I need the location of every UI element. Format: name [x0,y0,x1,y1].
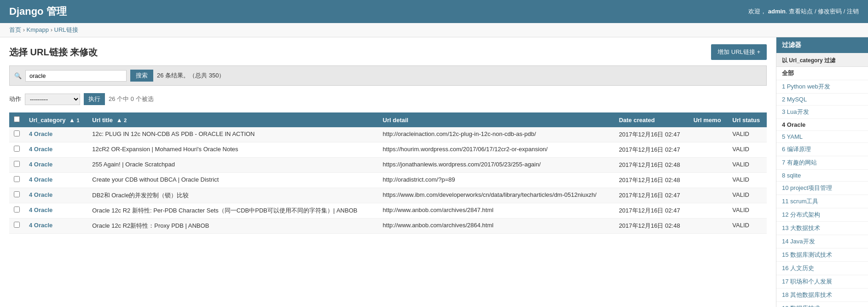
filter-item: 4 Oracle [776,119,868,131]
change-password-link[interactable]: 修改密码 [818,8,842,15]
row-category: 4 Oracle [24,203,87,218]
row-detail: http://oracleinaction.com/12c-plug-in-12… [378,127,614,142]
filter-link[interactable]: 2 MySQL [776,94,868,105]
col-url-title[interactable]: Url title ▲ 2 [87,112,378,127]
url-detail-link[interactable]: https://www.ibm.com/developerworks/cn/da… [383,191,597,198]
main-container: 选择 URL链接 来修改 增加 URL链接 + 🔍 搜索 26 条结果。（总共 … [0,37,868,307]
filter-item: 19 数据库技术 [776,302,868,307]
search-bar: 🔍 搜索 26 条结果。（总共 350） [9,65,767,86]
row-checkbox-cell[interactable] [9,142,24,158]
actions-select[interactable]: --------- [25,94,80,105]
category-link[interactable]: 4 Oracle [29,146,52,153]
add-url-button[interactable]: 增加 URL链接 + [711,44,767,60]
row-checkbox[interactable] [14,146,20,152]
row-checkbox[interactable] [14,176,20,182]
row-category: 4 Oracle [24,127,87,142]
logout-link[interactable]: 注销 [847,8,859,15]
actions-bar: 动作 --------- 执行 26 个中 0 个被选 [9,90,767,108]
row-checkbox[interactable] [14,207,20,213]
filter-item: 6 编译原理 [776,143,868,156]
select-all-checkbox[interactable] [14,116,20,122]
url-detail-link[interactable]: https://jonathanlewis.wordpress.com/2017… [383,161,541,168]
actions-run-button[interactable]: 执行 [84,93,105,105]
col-date-created: Date created [614,112,689,127]
filter-link[interactable]: 13 大数据技术 [776,222,868,235]
row-detail: https://jonathanlewis.wordpress.com/2017… [378,158,614,173]
url-detail-link[interactable]: http://www.anbob.com/archives/2864.html [383,222,494,229]
row-date: 2017年12月16日 02:47 [614,188,689,203]
filter-link[interactable]: 8 sqlite [776,170,868,181]
row-checkbox-cell[interactable] [9,188,24,203]
row-date: 2017年12月16日 02:47 [614,127,689,142]
view-site-link[interactable]: 查看站点 [789,8,813,15]
row-checkbox[interactable] [14,130,20,136]
category-link[interactable]: 4 Oracle [29,222,52,229]
content-area: 选择 URL链接 来修改 增加 URL链接 + 🔍 搜索 26 条结果。（总共 … [0,37,776,307]
row-checkbox-cell[interactable] [9,158,24,173]
filter-item: 11 scrum工具 [776,195,868,208]
filter-item: 2 MySQL [776,94,868,106]
row-category: 4 Oracle [24,158,87,173]
row-category: 4 Oracle [24,188,87,203]
row-checkbox[interactable] [14,161,20,167]
url-detail-link[interactable]: http://www.anbob.com/archives/2847.html [383,207,494,213]
row-date: 2017年12月16日 02:48 [614,158,689,173]
admin-name: admin [768,8,786,15]
col-url-detail: Url detail [378,112,614,127]
row-detail: https://www.ibm.com/developerworks/cn/da… [378,188,614,203]
row-checkbox[interactable] [14,222,20,228]
col-url-memo: Url memo [689,112,728,127]
filter-link[interactable]: 3 Lua开发 [776,106,868,118]
filter-link[interactable]: 4 Oracle [776,119,868,130]
filter-item: 3 Lua开发 [776,106,868,119]
row-status: VALID [728,203,767,218]
category-link[interactable]: 4 Oracle [29,176,52,183]
filter-link[interactable]: 16 人文历史 [776,262,868,275]
category-link[interactable]: 4 Oracle [29,207,52,213]
breadcrumb-urllink[interactable]: URL链接 [54,26,78,33]
filter-item: 13 大数据技术 [776,222,868,235]
row-checkbox-cell[interactable] [9,203,24,218]
row-detail: http://www.anbob.com/archives/2864.html [378,218,614,234]
filter-item: 15 数据库测试技术 [776,248,868,262]
row-date: 2017年12月16日 02:48 [614,218,689,234]
filter-item: 1 Python web开发 [776,80,868,94]
table-row: 4 Oracle Oracle 12c R2 新特性: Per-PDB Char… [9,203,767,218]
filter-item: 全部 [776,67,868,80]
filter-link[interactable]: 5 YAML [776,131,868,142]
row-title: Create your CDB without DBCA | Oracle Di… [87,173,378,188]
filter-link[interactable]: 14 Java开发 [776,235,868,248]
filter-link[interactable]: 7 有趣的网站 [776,156,868,169]
row-detail: https://hourim.wordpress.com/2017/06/17/… [378,142,614,158]
filter-link[interactable]: 19 数据库技术 [776,302,868,307]
filter-link[interactable]: 11 scrum工具 [776,195,868,208]
col-url-category[interactable]: Url_category ▲ 1 [24,112,87,127]
filter-link[interactable]: 12 分布式架构 [776,208,868,221]
search-button[interactable]: 搜索 [130,70,153,82]
row-title: Oracle 12c R2新特性：Proxy PDB | ANBOB [87,218,378,234]
welcome-text: 欢迎， [748,8,766,15]
row-checkbox-cell[interactable] [9,173,24,188]
url-detail-link[interactable]: https://hourim.wordpress.com/2017/06/17/… [383,146,548,153]
url-detail-link[interactable]: http://oradistrict.com/?p=89 [383,176,455,183]
filter-link[interactable]: 1 Python web开发 [776,80,868,93]
filter-link[interactable]: 15 数据库测试技术 [776,248,868,261]
url-detail-link[interactable]: http://oracleinaction.com/12c-plug-in-12… [383,130,536,137]
breadcrumb-home[interactable]: 首页 [9,26,21,33]
row-checkbox-cell[interactable] [9,127,24,142]
filter-link[interactable]: 全部 [776,67,868,80]
row-memo [689,218,728,234]
breadcrumb-kmpapp[interactable]: Kmpapp [27,26,49,33]
category-link[interactable]: 4 Oracle [29,161,52,168]
row-checkbox[interactable] [14,191,20,197]
filter-link[interactable]: 6 编译原理 [776,143,868,156]
search-input[interactable] [25,70,127,82]
filter-link[interactable]: 18 其他数据库技术 [776,289,868,301]
filter-item: 14 Java开发 [776,235,868,248]
table-row: 4 Oracle Oracle 12c R2新特性：Proxy PDB | AN… [9,218,767,234]
category-link[interactable]: 4 Oracle [29,191,52,198]
category-link[interactable]: 4 Oracle [29,130,52,137]
filter-link[interactable]: 17 职场和个人发展 [776,275,868,288]
row-checkbox-cell[interactable] [9,218,24,234]
filter-link[interactable]: 10 project项目管理 [776,182,868,195]
